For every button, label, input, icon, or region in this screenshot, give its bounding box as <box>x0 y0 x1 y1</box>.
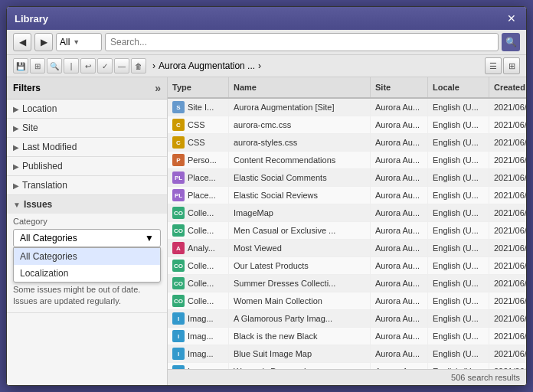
cell-created: 2021/06/22 4:14 ... <box>489 363 526 369</box>
sidebar-collapse-button[interactable]: » <box>155 82 161 94</box>
category-selected: All Categories <box>20 233 77 243</box>
table-row[interactable]: C CSS aurora-cmc.css Aurora Au... Englis… <box>168 116 526 134</box>
search-input[interactable] <box>110 37 493 47</box>
cell-name: aurora-styles.css <box>229 134 371 151</box>
cell-name: Blue Suit Image Map <box>229 345 371 362</box>
cell-site: Aurora Au... <box>371 345 428 362</box>
table-row[interactable]: CO Colle... ImageMap Aurora Au... Englis… <box>168 204 526 222</box>
filter-location-header[interactable]: ▶ Location <box>7 100 167 118</box>
col-site[interactable]: Site <box>371 77 428 97</box>
filter-location-label: Location <box>22 103 57 114</box>
table-row[interactable]: PL Place... Elastic Social Reviews Auror… <box>168 187 526 204</box>
cell-type: I Imag... <box>168 328 229 345</box>
tool-button-5[interactable]: ✓ <box>97 58 113 74</box>
cell-type: PL Place... <box>168 187 229 204</box>
search-tool-button[interactable]: 🔍 <box>47 58 62 74</box>
cell-created: 2021/06/22 4:14 ... <box>489 169 526 186</box>
tool-button-3[interactable]: | <box>64 58 79 74</box>
type-label: CSS <box>188 120 205 129</box>
location-select[interactable]: All ▼ <box>56 33 102 51</box>
type-label: Site I... <box>188 103 214 112</box>
table-row[interactable]: PL Place... Elastic Social Comments Auro… <box>168 169 526 187</box>
breadcrumb-text[interactable]: Aurora Augmentation ... <box>159 60 255 71</box>
type-label: Colle... <box>188 279 214 288</box>
table-footer: 506 search results <box>168 369 526 385</box>
search-results-count: 506 search results <box>451 373 520 382</box>
cell-site: Aurora Au... <box>371 257 428 274</box>
grid-view-small[interactable]: ⊞ <box>30 58 45 74</box>
type-label: Colle... <box>188 296 214 305</box>
category-option-localization[interactable]: Localization <box>14 265 160 282</box>
category-dropdown-menu: All Categories Localization <box>13 247 161 283</box>
table-row[interactable]: I Imag... Blue Suit Image Map Aurora Au.… <box>168 345 526 363</box>
col-locale[interactable]: Locale <box>428 77 489 97</box>
filter-site-header[interactable]: ▶ Site <box>7 119 167 137</box>
type-icon: I <box>172 312 185 325</box>
table-row[interactable]: I Imag... A Glamorous Party Imag... Auro… <box>168 310 526 328</box>
cell-site: Aurora Au... <box>371 292 428 309</box>
cell-site: Aurora Au... <box>371 204 428 221</box>
cell-name: Summer Dresses Collecti... <box>229 275 371 292</box>
category-dropdown-button[interactable]: All Categories ▼ <box>13 229 161 247</box>
table-row[interactable]: I Imag... Women's Dresses Image ... Auro… <box>168 363 526 369</box>
grid-view-button[interactable]: ⊞ <box>503 57 520 74</box>
filter-last-modified-header[interactable]: ▶ Last Modified <box>7 138 167 156</box>
cell-locale: English (U... <box>428 345 489 362</box>
tool-button-4[interactable]: ↩ <box>80 58 96 74</box>
type-icon: CO <box>172 224 185 237</box>
filter-published-header[interactable]: ▶ Published <box>7 157 167 175</box>
table-row[interactable]: CO Colle... Summer Dresses Collecti... A… <box>168 275 526 292</box>
cell-locale: English (U... <box>428 328 489 345</box>
table-row[interactable]: CO Colle... Men Casual or Exclusive ... … <box>168 222 526 240</box>
col-created[interactable]: Created <box>489 77 526 97</box>
cell-created: 2021/06/22 4:15 ... <box>489 134 526 151</box>
type-icon: CO <box>172 260 185 272</box>
table-row[interactable]: I Imag... Black is the new Black Aurora … <box>168 328 526 345</box>
cell-type: I Imag... <box>168 345 229 362</box>
location-chevron: ▼ <box>73 38 80 46</box>
filter-translation-header[interactable]: ▶ Translation <box>7 176 167 194</box>
cell-created: 2021/06/22 4:14 ... <box>489 204 526 221</box>
delete-button[interactable]: 🗑 <box>131 58 146 74</box>
search-button[interactable]: 🔍 <box>502 33 520 51</box>
sidebar: Filters » ▶ Location ▶ Site ▶ <box>7 77 168 385</box>
filter-site-label: Site <box>22 122 38 133</box>
close-button[interactable]: ✕ <box>505 11 518 25</box>
type-icon: C <box>172 119 185 131</box>
cell-created: 2021/06/22 4:14 ... <box>489 292 526 309</box>
col-type[interactable]: Type <box>168 77 229 97</box>
type-label: Imag... <box>188 314 214 323</box>
cell-created: 2021/06/22 4:14 ... <box>489 310 526 327</box>
cell-type: CO Colle... <box>168 292 229 309</box>
category-label: Category <box>7 214 167 227</box>
save-button[interactable]: 💾 <box>13 58 28 74</box>
table-row[interactable]: A Analy... Most Viewed Aurora Au... Engl… <box>168 240 526 257</box>
cell-type: I Imag... <box>168 363 229 369</box>
category-option-all[interactable]: All Categories <box>14 248 160 265</box>
cell-created: 2021/06/22 4:14 ... <box>489 222 526 239</box>
filter-translation: ▶ Translation <box>7 176 167 195</box>
table-row[interactable]: CO Colle... Our Latest Products Aurora A… <box>168 257 526 275</box>
cell-site: Aurora Au... <box>371 187 428 204</box>
list-view-button[interactable]: ☰ <box>485 57 502 74</box>
cell-created: 2021/06/22 4:14 ... <box>489 187 526 204</box>
filter-translation-arrow: ▶ <box>13 181 19 190</box>
forward-button[interactable]: ▶ <box>34 33 53 51</box>
cell-type: P Perso... <box>168 152 229 168</box>
table-row[interactable]: P Perso... Content Recommendations Auror… <box>168 152 526 169</box>
cell-name: Women Main Collection <box>229 292 371 309</box>
type-label: CSS <box>188 138 205 147</box>
filter-location-arrow: ▶ <box>13 105 19 113</box>
tool-button-6[interactable]: — <box>114 58 129 74</box>
table-row[interactable]: CO Colle... Women Main Collection Aurora… <box>168 292 526 310</box>
cell-type: S Site I... <box>168 99 229 116</box>
col-name[interactable]: Name <box>229 77 371 97</box>
back-button[interactable]: ◀ <box>13 33 31 51</box>
cell-locale: English (U... <box>428 257 489 274</box>
filter-published-label: Published <box>22 161 63 172</box>
table-row[interactable]: C CSS aurora-styles.css Aurora Au... Eng… <box>168 134 526 152</box>
cell-name: Elastic Social Comments <box>229 169 371 186</box>
issues-header[interactable]: ▼ Issues <box>7 195 167 214</box>
type-label: Perso... <box>188 155 217 165</box>
table-row[interactable]: S Site I... Aurora Augmentation [Site] A… <box>168 99 526 116</box>
